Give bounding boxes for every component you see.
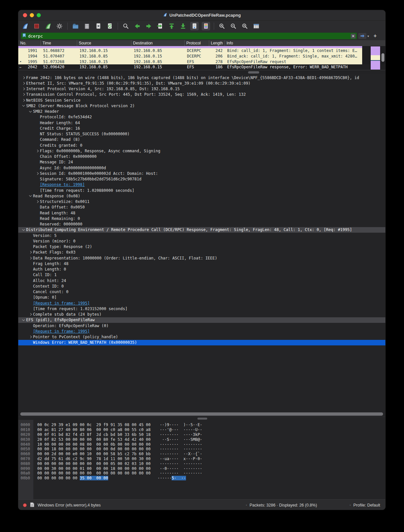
hex-ascii[interactable]: ··S···· ···SMB@· [151,437,202,442]
packet-list-vertical-scrollbar[interactable] [381,53,384,62]
detail-tree-row[interactable]: Context ID: 0 [18,283,385,289]
save-file-icon[interactable] [83,22,91,30]
detail-tree-row[interactable]: Packet type: Response (2) [18,244,385,250]
expander-right-icon[interactable] [21,99,26,101]
hex-bytes[interactable]: 20 0f 82 53 00 00 00 00 00 80 fe 53 4d 4… [33,437,151,442]
expert-info-icon[interactable] [23,503,27,507]
detail-tree-row[interactable]: EFS (pidl), EfsRpcOpenFileRaw [18,317,385,323]
detail-tree-row[interactable]: Auth Length: 0 [18,267,385,272]
detail-tree-row[interactable]: Operation: EfsRpcOpenFileRaw (0) [18,323,385,328]
hex-row[interactable]: 001000 ac 81 27 40 00 80 06 00 00 c0 a8 … [18,427,385,432]
detail-tree-row[interactable]: Windows Error: WERR_BAD_NETPATH (0x00000… [18,340,385,345]
detail-tree-row[interactable]: Credits granted: 0 [18,142,385,148]
detail-tree-row[interactable]: Read Length: 48 [18,210,385,216]
zoom-in-icon[interactable] [218,22,226,30]
column-no[interactable]: No. [18,40,41,46]
hex-ascii[interactable]: ··)9···· )··5··E· [151,423,202,427]
detail-tree-row[interactable]: ProtocolId: 0xfe534d42 [18,114,385,120]
hex-ascii[interactable]: ········ -···3kP· [151,432,202,437]
detail-tree-row[interactable]: Alloc hint: 24 [18,278,385,283]
expander-right-icon[interactable] [35,173,40,175]
detail-tree-row[interactable]: Chain Offset: 0x00000000 [18,154,385,159]
colorize-icon[interactable] [202,22,210,30]
profile-status[interactable]: Profile: Default [353,503,380,507]
hex-bytes[interactable]: d2 dd 75 61 d6 c2 9c 90 78 1d 11 00 50 0… [33,457,151,461]
autoscroll-icon[interactable] [190,22,199,30]
hex-ascii[interactable]: ········ ········ [151,471,202,475]
column-info[interactable]: Info [225,40,385,46]
resize-columns-icon[interactable] [252,22,261,30]
hex-bytes[interactable]: 00 00 00 00 00 00 35 00 00 00 [33,476,148,480]
detail-tree-row[interactable]: Signature: 58b5c27b60bbd2dd7561d6c29c907… [18,176,385,182]
filter-bookmark-icon[interactable] [22,33,26,39]
expander-right-icon[interactable] [35,150,40,152]
detail-tree-row[interactable]: SMB2 (Server Message Block Protocol vers… [18,103,385,108]
capture-options-icon[interactable] [55,22,64,30]
expander-right-icon[interactable] [28,313,33,315]
details-hscroll-thumb[interactable] [20,412,383,416]
next-packet-icon[interactable] [144,22,153,30]
expander-down-icon[interactable] [28,111,33,112]
close-file-icon[interactable] [94,22,103,30]
detail-field-link[interactable]: [Request in frame: 1995] [33,329,90,334]
detail-tree-row[interactable]: Internet Protocol Version 4, Src: 192.16… [18,86,385,92]
zoom-reset-icon[interactable] [241,22,249,30]
expander-right-icon[interactable] [28,257,33,259]
detail-tree-row[interactable]: [Time from request: 1.023152000 seconds] [18,306,385,311]
expander-right-icon[interactable] [21,93,26,95]
detail-tree-row[interactable]: [Response to: 1998] [18,182,385,188]
display-filter-input[interactable]: dcerpc ✕ [21,33,357,39]
column-destination[interactable]: Destination [131,40,184,46]
hex-hscroll-thumb[interactable] [197,418,207,420]
filter-text[interactable]: dcerpc [28,34,349,39]
detail-tree-row[interactable]: Distributed Computing Environment / Remo… [18,227,385,233]
capture-comment-icon[interactable] [30,502,34,508]
hex-bytes[interactable]: 00 0f 01 bd 82 f4 d3 8f 2d cb bd b0 33 6… [33,432,151,437]
detail-tree-row[interactable]: Async Id: 0x000000000000000d [18,165,385,171]
apply-filter-icon[interactable] [358,33,366,39]
detail-tree-row[interactable]: Message ID: 24 [18,159,385,165]
hex-selected-ascii[interactable]: 5· ·· [172,476,186,480]
detail-tree-row[interactable]: Reserved: 00000000 [18,222,385,227]
expander-right-icon[interactable] [21,82,26,84]
detail-tree-row[interactable]: Read Remaining: 0 [18,216,385,221]
previous-packet-icon[interactable] [133,22,142,30]
expander-down-icon[interactable] [28,195,33,196]
intelligent-scrollbar-minimap[interactable] [370,46,380,70]
hex-ascii[interactable]: ··0····· ········ [151,466,202,471]
hex-ascii[interactable]: ··ua···· x···P·0· [151,457,202,461]
add-filter-button[interactable]: + [374,33,377,39]
column-time[interactable]: Time [41,40,77,46]
open-file-icon[interactable] [71,22,80,30]
hex-selected-bytes[interactable]: 35 00 00 00 [80,476,108,480]
packet-row[interactable]: •199551.073268192.168.0.15192.168.0.85EF… [18,59,362,64]
expander-right-icon[interactable] [35,201,40,203]
packet-list-header[interactable]: No. Time Source Destination Protocol Len… [18,40,385,46]
expander-down-icon[interactable] [21,229,26,230]
stop-capture-icon[interactable] [32,22,41,30]
detail-tree-row[interactable]: Frame 2042: 186 bytes on wire (1488 bits… [18,75,385,80]
hex-row[interactable]: 009000 00 30 00 00 00 01 00 00 00 18 00 … [18,466,385,471]
hex-row[interactable]: 000000 0c 29 39 e1 09 00 0c 29 f9 91 35 … [18,423,385,427]
hex-bytes[interactable]: 00 ac 81 27 40 00 80 06 00 00 c0 a8 00 5… [33,427,151,432]
detail-tree-row[interactable]: NetBIOS Session Service [18,97,385,103]
zoom-out-icon[interactable] [229,22,238,30]
clear-filter-icon[interactable]: ✕ [351,34,356,39]
hex-bytes[interactable]: 00 00 00 00 00 00 00 00 00 00 00 00 00 0… [33,471,151,475]
reload-file-icon[interactable] [106,22,114,30]
hex-ascii[interactable]: ········ ········ [151,461,202,466]
detail-tree-row[interactable]: [Time from request: 1.020880000 seconds] [18,188,385,193]
start-capture-icon[interactable] [21,22,29,30]
expander-down-icon[interactable] [21,320,26,321]
detail-tree-row[interactable]: Command: Read (8) [18,137,385,142]
expander-right-icon[interactable] [21,88,26,90]
detail-tree-row[interactable]: Credit Charge: 16 [18,125,385,131]
hex-row[interactable]: 00a000 00 00 00 00 00 00 00 00 00 00 00 … [18,471,385,476]
detail-tree-row[interactable]: NT Status: STATUS_SUCCESS (0x00000000) [18,131,385,137]
last-packet-icon[interactable] [179,22,187,30]
hex-row[interactable]: 004010 00 00 00 00 00 08 00 00 00 0b 00 … [18,442,385,447]
detail-tree-row[interactable]: Frag Length: 48 [18,261,385,266]
expander-right-icon[interactable] [21,77,26,79]
hex-bytes[interactable]: 00 00 2d 00 00 e0 00 10 00 00 58 b5 c2 7… [33,452,151,456]
hex-row[interactable]: 008000 00 00 00 00 00 00 00 00 00 05 00 … [18,461,385,466]
